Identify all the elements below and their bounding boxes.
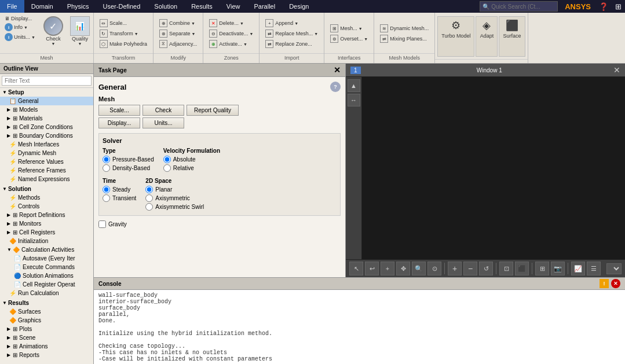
ribbon-mixing-planes-btn[interactable]: ⇌ Mixing Planes... <box>378 34 431 43</box>
tree-section-solution[interactable]: ▼ Solution <box>0 185 93 193</box>
ribbon-polyhedra-btn[interactable]: ⬡ Make Polyhedra <box>97 39 149 49</box>
tree-item-mesh-interfaces[interactable]: ⚡ Mesh Interfaces <box>0 140 93 149</box>
tree-item-controls[interactable]: ⚡ Controls <box>0 202 93 211</box>
tb-redo-btn[interactable]: + <box>381 262 394 275</box>
viewport-side-btn-rotate[interactable]: ↔ <box>348 94 360 106</box>
ribbon-separate-btn[interactable]: ⊗ Separate ▼ <box>157 29 199 38</box>
menu-physics[interactable]: Physics <box>60 0 96 13</box>
ribbon-turbo-btn[interactable]: ⚙ Turbo Model <box>437 16 474 57</box>
menu-design[interactable]: Design <box>282 0 316 13</box>
viewport-close-btn[interactable]: ✕ <box>613 65 620 75</box>
menu-view[interactable]: View <box>220 0 247 13</box>
tree-item-run-calc[interactable]: ⚡ Run Calculation <box>0 289 93 297</box>
tb-pan-btn[interactable]: ✥ <box>396 262 410 275</box>
relative-radio[interactable]: Relative <box>163 164 220 172</box>
ribbon-combine-btn[interactable]: ⊕ Combine ▼ <box>157 19 199 28</box>
menu-domain[interactable]: Domain <box>24 0 60 13</box>
menu-results[interactable]: Results <box>184 0 220 13</box>
viewport-side-btn-cursor[interactable]: ▲ <box>348 79 360 92</box>
ribbon-deactivate-btn[interactable]: ⊖ Deactivate... ▼ <box>207 29 255 38</box>
ribbon-surface-btn[interactable]: ⬛ Surface <box>499 16 525 57</box>
ribbon-replace-zone-btn[interactable]: ⇄ Replace Zone... <box>263 39 320 49</box>
tb-3d-view-btn[interactable]: ⬛ <box>515 262 529 275</box>
ribbon-units-btn[interactable]: i Units... ▼ <box>2 32 38 42</box>
tree-item-materials[interactable]: ▶ ⊞ Materials <box>0 114 93 123</box>
viewport-select[interactable]: all <box>606 263 622 274</box>
tree-item-reports[interactable]: ▶ ⊞ Reports <box>0 351 93 359</box>
search-box[interactable]: 🔍 <box>480 1 558 12</box>
tree-item-dynamic-mesh[interactable]: ⚡ Dynamic Mesh <box>0 149 93 157</box>
tree-item-ref-frames[interactable]: ⚡ Reference Frames <box>0 166 93 175</box>
ribbon-transform-btn[interactable]: ↻ Transform ▼ <box>97 29 149 38</box>
tb-chart-btn[interactable]: 📈 <box>571 262 585 275</box>
tb-zoom-in-btn[interactable]: + <box>448 262 462 275</box>
ribbon-adapt-btn[interactable]: ◈ Adapt <box>476 16 498 57</box>
tree-item-reference-values[interactable]: ⚡ Reference Values <box>0 157 93 166</box>
ribbon-mesh-iface-btn[interactable]: ⊞ Mesh... ▼ <box>328 24 370 33</box>
tree-item-autosave[interactable]: 📄 Autosave (Every Iter <box>0 254 93 263</box>
tree-item-methods[interactable]: ⚡ Methods <box>0 193 93 202</box>
axisymmetric-radio[interactable]: Axisymmetric <box>145 194 204 202</box>
menu-solution[interactable]: Solution <box>147 0 184 13</box>
tree-item-surfaces[interactable]: 🔶 Surfaces <box>0 307 93 316</box>
tb-zoom-btn[interactable]: 🔍 <box>412 262 426 275</box>
tree-item-calc-activities[interactable]: ▼ 🔶 Calculation Activities <box>0 245 93 254</box>
console-body[interactable]: wall-surface_body interior-surface_body … <box>94 290 625 364</box>
tb-undo-btn[interactable]: ↩ <box>365 262 379 275</box>
units-btn[interactable]: Units... <box>142 117 184 128</box>
tree-item-scene[interactable]: ▶ ⊞ Scene <box>0 333 93 342</box>
density-based-radio[interactable]: Density-Based <box>103 164 154 172</box>
tree-item-models[interactable]: ▶ ⊞ Models <box>0 105 93 114</box>
tree-item-report-defs[interactable]: ▶ ⊞ Report Definitions <box>0 211 93 219</box>
tree-item-monitors[interactable]: ▶ ⊞ Monitors <box>0 219 93 228</box>
tree-item-execute-cmd[interactable]: 📄 Execute Commands <box>0 263 93 271</box>
axisymmetric-swirl-radio[interactable]: Axisymmetric Swirl <box>145 203 204 211</box>
absolute-radio[interactable]: Absolute <box>163 156 220 163</box>
tree-item-graphics[interactable]: 🔶 Graphics <box>0 316 93 325</box>
filter-input[interactable] <box>2 76 92 86</box>
ribbon-replace-mesh-btn[interactable]: ⇄ Replace Mesh... ▼ <box>263 29 320 38</box>
tb-fit-btn[interactable]: ⊙ <box>427 262 441 275</box>
ribbon-check-btn[interactable]: ✓ Check ▼ <box>40 14 67 48</box>
tree-item-plots[interactable]: ▶ ⊞ Plots <box>0 325 93 333</box>
ribbon-dynamic-mesh-btn[interactable]: ≋ Dynamic Mesh... <box>378 24 431 33</box>
tree-section-setup[interactable]: ▼ Setup <box>0 88 93 97</box>
ribbon-info-btn[interactable]: i Info ▼ <box>2 23 38 32</box>
window-icon[interactable]: ⊞ <box>612 0 625 13</box>
steady-radio[interactable]: Steady <box>103 186 136 193</box>
tree-item-named-expr[interactable]: ⚡ Named Expressions <box>0 175 93 183</box>
help-icon[interactable]: ❓ <box>595 0 612 13</box>
transient-radio[interactable]: Transient <box>103 194 136 202</box>
tb-select-btn[interactable]: ↖ <box>349 262 363 275</box>
tree-item-cell-zone[interactable]: ▶ ⊞ Cell Zone Conditions <box>0 123 93 131</box>
tb-zoom-out-btn[interactable]: − <box>463 262 477 275</box>
ribbon-append-btn[interactable]: + Append ▼ <box>263 19 320 28</box>
gravity-checkbox[interactable] <box>98 220 106 228</box>
tree-item-cell-registers[interactable]: ▶ ⊞ Cell Registers <box>0 228 93 237</box>
report-quality-btn[interactable]: Report Quality <box>187 105 239 116</box>
tb-rotate-btn[interactable]: ↺ <box>479 262 493 275</box>
ribbon-activate-btn[interactable]: ⊕ Activate... ▼ <box>207 39 255 49</box>
ribbon-overset-btn[interactable]: ⊚ Overset... ▼ <box>328 34 370 43</box>
tree-item-cell-reg-op[interactable]: 📄 Cell Register Operat <box>0 280 93 289</box>
search-input[interactable] <box>491 3 555 10</box>
ribbon-delete-btn[interactable]: ✕ Delete... ▼ <box>207 19 255 28</box>
tree-section-results[interactable]: ▼ Results <box>0 299 93 307</box>
menu-parallel[interactable]: Parallel <box>247 0 282 13</box>
menu-file[interactable]: File <box>0 0 24 13</box>
ribbon-scale-btn[interactable]: ⇔ Scale... <box>97 19 149 28</box>
tb-save-btn[interactable]: 📷 <box>551 262 565 275</box>
pressure-based-radio[interactable]: Pressure-Based <box>103 156 154 163</box>
help-button[interactable]: ? <box>330 82 341 92</box>
tb-box-zoom-btn[interactable]: ⊡ <box>499 262 513 275</box>
ribbon-display-btn[interactable]: 🖥 Display... <box>2 15 38 22</box>
menu-user-defined[interactable]: User-Defined <box>96 0 148 13</box>
tree-item-general[interactable]: 📋 General <box>0 97 93 105</box>
tb-frame-btn[interactable]: ⊞ <box>535 262 549 275</box>
tree-item-initialization[interactable]: 🔶 Initialization <box>0 237 93 245</box>
tree-item-solution-anim[interactable]: 🔵 Solution Animations <box>0 271 93 280</box>
ribbon-quality-btn[interactable]: 📊 Quality ▼ <box>67 14 93 48</box>
ribbon-adjacency-btn[interactable]: ⧖ Adjacency... <box>157 39 199 49</box>
tree-item-boundary[interactable]: ▶ ⊞ Boundary Conditions <box>0 131 93 140</box>
task-panel-close[interactable]: ✕ <box>334 65 341 75</box>
